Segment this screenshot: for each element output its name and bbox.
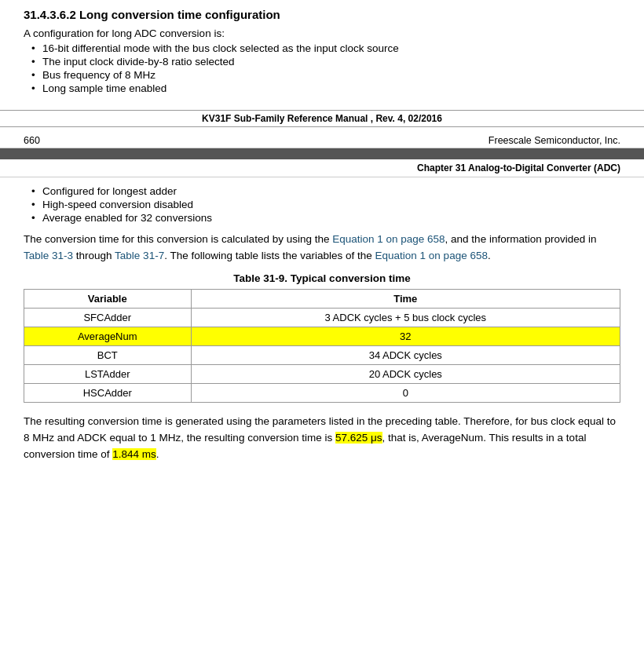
- table-row: LSTAdder20 ADCK cycles: [24, 364, 620, 383]
- bullet-item-1: 16-bit differential mode with the bus cl…: [31, 42, 620, 54]
- table-cell-variable: SFCAdder: [24, 308, 192, 327]
- table-cell-time: 0: [191, 383, 620, 402]
- bottom-bullet-3: Average enabled for 32 conversions: [31, 212, 620, 224]
- table-title: Table 31-9. Typical conversion time: [24, 272, 620, 284]
- table-cell-variable: AverageNum: [24, 327, 192, 345]
- top-section: 31.4.3.6.2 Long conversion time configur…: [0, 0, 644, 104]
- table-cell-time: 32: [191, 327, 620, 345]
- bottom-bullet-list: Configured for longest adder High-speed …: [24, 185, 620, 224]
- intro-text: A configuration for long ADC conversion …: [24, 27, 620, 39]
- table-row: AverageNum32: [24, 327, 620, 345]
- footer-bar: KV31F Sub-Family Reference Manual , Rev.…: [0, 110, 644, 127]
- para2-highlight2: 1.844 ms: [112, 448, 156, 460]
- table-row: HSCAdder0: [24, 383, 620, 402]
- table-cell-variable: HSCAdder: [24, 383, 192, 402]
- table-cell-time: 3 ADCK cycles + 5 bus clock cycles: [191, 308, 620, 327]
- table-cell-time: 34 ADCK cycles: [191, 345, 620, 364]
- para1-text3: through: [73, 250, 115, 261]
- para1-link1[interactable]: Equation 1 on page 658: [332, 233, 445, 245]
- bottom-bullet-1: Configured for longest adder: [31, 185, 620, 197]
- page-number: 660: [24, 135, 40, 146]
- para1-text5: .: [488, 250, 491, 261]
- para1-link2[interactable]: Table 31-3: [24, 250, 73, 261]
- chapter-header: Chapter 31 Analog-to-Digital Converter (…: [0, 159, 644, 177]
- manual-title: KV31F Sub-Family Reference Manual , Rev.…: [202, 113, 442, 124]
- col-header-time: Time: [191, 289, 620, 308]
- bottom-bullet-2: High-speed conversion disabled: [31, 199, 620, 210]
- para1-text2: , and the information provided in: [445, 233, 597, 245]
- table-cell-time: 20 ADCK cycles: [191, 364, 620, 383]
- para1-link3[interactable]: Table 31-7: [115, 250, 164, 261]
- table-cell-variable: LSTAdder: [24, 364, 192, 383]
- col-header-variable: Variable: [24, 289, 192, 308]
- para1-text1: The conversion time for this conversion …: [24, 233, 332, 245]
- conversion-time-table: Variable Time SFCAdder3 ADCK cycles + 5 …: [24, 289, 620, 403]
- table-row: SFCAdder3 ADCK cycles + 5 bus clock cycl…: [24, 308, 620, 327]
- para2-highlight1: 57.625 μs: [335, 432, 382, 444]
- bullet-item-4: Long sample time enabled: [31, 82, 620, 94]
- paragraph-1: The conversion time for this conversion …: [24, 232, 620, 265]
- bullet-item-3: Bus frequency of 8 MHz: [31, 69, 620, 81]
- page-number-row: 660 Freescale Semiconductor, Inc.: [0, 133, 644, 148]
- company-name: Freescale Semiconductor, Inc.: [488, 135, 620, 146]
- top-bullet-list: 16-bit differential mode with the bus cl…: [24, 42, 620, 94]
- para1-link4[interactable]: Equation 1 on page 658: [375, 250, 488, 261]
- bullet-item-2: The input clock divide-by-8 ratio select…: [31, 56, 620, 68]
- section-heading: 31.4.3.6.2 Long conversion time configur…: [24, 8, 620, 21]
- dark-divider: [0, 148, 644, 159]
- para2-text3: .: [156, 448, 159, 460]
- para1-text4: . The following table lists the variable…: [164, 250, 375, 261]
- table-cell-variable: BCT: [24, 345, 192, 364]
- bottom-section: Configured for longest adder High-speed …: [0, 177, 644, 484]
- paragraph-2: The resulting conversion time is generat…: [24, 414, 620, 463]
- table-row: BCT34 ADCK cycles: [24, 345, 620, 364]
